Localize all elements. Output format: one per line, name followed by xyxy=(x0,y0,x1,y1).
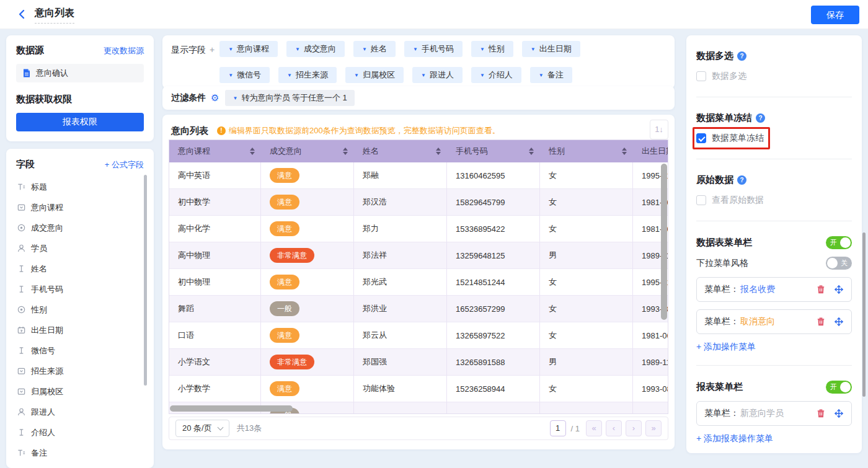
field-item[interactable]: 标题 xyxy=(16,177,144,197)
delete-icon[interactable] xyxy=(816,285,826,294)
menu-freeze-label: 数据菜单冻结 xyxy=(712,133,764,144)
move-icon[interactable] xyxy=(834,408,844,418)
table-cell: 功能体验 xyxy=(354,376,447,402)
tag-label: 跟进人 xyxy=(430,69,454,81)
help-icon[interactable]: ? xyxy=(756,113,765,123)
field-item[interactable]: 手机号码 xyxy=(16,279,144,299)
move-icon[interactable] xyxy=(834,285,844,294)
report-menu-toggle[interactable]: 开 xyxy=(826,381,852,394)
table-row[interactable]: 高中化学满意郑力15336895422女1981-06 xyxy=(169,216,668,242)
menu-item[interactable]: 菜单栏：新意向学员 xyxy=(696,401,852,426)
delete-icon[interactable] xyxy=(816,317,826,327)
display-field-tag[interactable]: ▼意向课程 xyxy=(219,41,278,57)
display-field-tag[interactable]: ▼出生日期 xyxy=(522,41,580,57)
topbar: 意向列表 保存 xyxy=(0,0,868,29)
field-item[interactable]: 招生来源 xyxy=(16,361,144,381)
table-menu-toggle[interactable]: 开 xyxy=(826,236,852,249)
table-row[interactable]: 舞蹈一般郑洪业16523657299女1993-08 xyxy=(169,296,668,322)
table-cell: 1981-06 xyxy=(633,322,668,349)
last-page-button[interactable]: » xyxy=(645,420,662,436)
settings-scrollbar[interactable] xyxy=(862,232,866,397)
datasource-name: 意向确认 xyxy=(36,68,68,79)
save-button[interactable]: 保存 xyxy=(811,6,859,24)
fields-scrollbar[interactable] xyxy=(144,175,147,386)
field-item[interactable]: 归属校区 xyxy=(16,381,144,402)
field-item[interactable]: 意向课程 xyxy=(16,197,144,218)
display-field-tag[interactable]: ▼介绍人 xyxy=(471,67,521,83)
display-field-tag[interactable]: ▼归属校区 xyxy=(345,67,404,83)
raw-data-checkbox[interactable] xyxy=(696,195,706,205)
column-label: 姓名 xyxy=(363,146,379,157)
menu-freeze-checkbox-row: 数据菜单冻结 xyxy=(696,131,769,145)
column-header[interactable]: 手机号码 xyxy=(447,140,540,162)
column-header[interactable]: 姓名 xyxy=(354,140,447,162)
menu-item-prefix: 菜单栏： xyxy=(704,284,739,295)
add-report-action-menu-link[interactable]: + 添加报表操作菜单 xyxy=(696,433,773,444)
display-field-tag[interactable]: ▼性别 xyxy=(471,41,513,57)
filter-condition-tag[interactable]: ▼ 转为意向学员 等于任意一个 1 xyxy=(225,90,354,106)
menu-freeze-title: 数据菜单冻结 ? xyxy=(696,112,765,124)
display-field-tag[interactable]: ▼微信号 xyxy=(219,67,270,83)
table-row[interactable]: 小学数学满意功能体验15236258944女1993-08 xyxy=(169,376,668,402)
caret-down-icon: ▼ xyxy=(480,46,485,52)
field-item[interactable]: 已报名交费 xyxy=(16,463,144,468)
field-item[interactable]: 学员 xyxy=(16,238,144,258)
column-header[interactable]: 出生日期 xyxy=(633,140,668,162)
menu-item[interactable]: 菜单栏：取消意向 xyxy=(696,309,852,334)
field-item[interactable]: 姓名 xyxy=(16,258,144,279)
radio-icon xyxy=(16,223,26,233)
column-header[interactable]: 成交意向 xyxy=(261,140,354,162)
add-display-field-button[interactable]: + xyxy=(210,45,215,83)
column-header[interactable]: 意向课程 xyxy=(169,140,261,162)
column-label: 性别 xyxy=(549,146,565,157)
table-row[interactable]: 初中数学满意郑汉浩15829645799女1981-06 xyxy=(169,189,668,216)
table-row[interactable]: 初中物理满意郑光武15214851244女1995-01 xyxy=(169,269,668,296)
field-item[interactable]: 备注 xyxy=(16,443,144,463)
report-permission-button[interactable]: 报表权限 xyxy=(16,113,144,131)
display-field-tag[interactable]: ▼手机号码 xyxy=(404,41,463,57)
back-button[interactable] xyxy=(16,8,29,20)
caret-down-icon: ▼ xyxy=(362,46,367,52)
field-item[interactable]: 出生日期 xyxy=(16,320,144,340)
column-header[interactable]: 性别 xyxy=(540,140,633,162)
gear-icon[interactable]: ⚙ xyxy=(211,92,219,104)
filter-label: 过滤条件 xyxy=(171,92,206,104)
field-item[interactable]: 介绍人 xyxy=(16,422,144,443)
sort-order-button[interactable]: 1↓ xyxy=(650,120,668,139)
add-action-menu-link[interactable]: + 添加操作菜单 xyxy=(696,342,756,353)
table-row[interactable]: 高中物理非常满意郑法祥13259648125男1989-11 xyxy=(169,242,668,269)
field-item[interactable]: 跟进人 xyxy=(16,402,144,422)
add-formula-field-link[interactable]: + 公式字段 xyxy=(105,159,144,170)
help-icon[interactable]: ? xyxy=(737,51,746,61)
display-field-tag[interactable]: ▼备注 xyxy=(530,67,572,83)
next-page-button[interactable]: › xyxy=(626,420,642,436)
menu-freeze-checkbox[interactable] xyxy=(696,133,706,143)
vertical-scrollbar[interactable] xyxy=(661,164,667,320)
table-row[interactable]: 口语满意郑云从13265897522女1981-06 xyxy=(169,322,668,349)
menu-item[interactable]: 菜单栏：报名收费 xyxy=(696,277,852,302)
horizontal-scrollbar[interactable] xyxy=(170,405,293,412)
display-field-tag[interactable]: ▼姓名 xyxy=(353,41,396,57)
move-icon[interactable] xyxy=(834,317,844,327)
multi-select-checkbox[interactable] xyxy=(696,71,706,81)
display-field-tag[interactable]: ▼跟进人 xyxy=(412,67,463,83)
table-row[interactable]: 小学语文非常满意郑国强13265891588男1989-11 xyxy=(169,349,668,376)
display-field-tag[interactable]: ▼招生来源 xyxy=(278,67,337,83)
table-panel: 意向列表 ! 编辑界面只取数据源前200条作为查询数据预览，完整数据请访问页面查… xyxy=(162,115,675,449)
help-icon[interactable]: ? xyxy=(737,175,746,185)
change-datasource-link[interactable]: 更改数据源 xyxy=(104,45,144,56)
field-item[interactable]: 性别 xyxy=(16,299,144,320)
first-page-button[interactable]: « xyxy=(586,420,602,436)
display-field-tag[interactable]: ▼成交意向 xyxy=(286,41,345,57)
delete-icon[interactable] xyxy=(816,408,826,418)
dropdown-style-toggle[interactable]: 关 xyxy=(826,257,852,270)
table-row[interactable]: 高中英语满意郑融13160462595女1995-01 xyxy=(169,162,668,189)
page-size-select[interactable]: 20 条/页 xyxy=(175,420,229,437)
field-label: 归属校区 xyxy=(31,386,63,397)
datasource-item[interactable]: 意向确认 xyxy=(16,64,144,82)
page-number-input[interactable]: 1 xyxy=(550,420,566,436)
field-item[interactable]: 微信号 xyxy=(16,340,144,361)
field-item[interactable]: 成交意向 xyxy=(16,218,144,238)
caret-down-icon: ▼ xyxy=(287,73,292,78)
prev-page-button[interactable]: ‹ xyxy=(606,420,622,436)
